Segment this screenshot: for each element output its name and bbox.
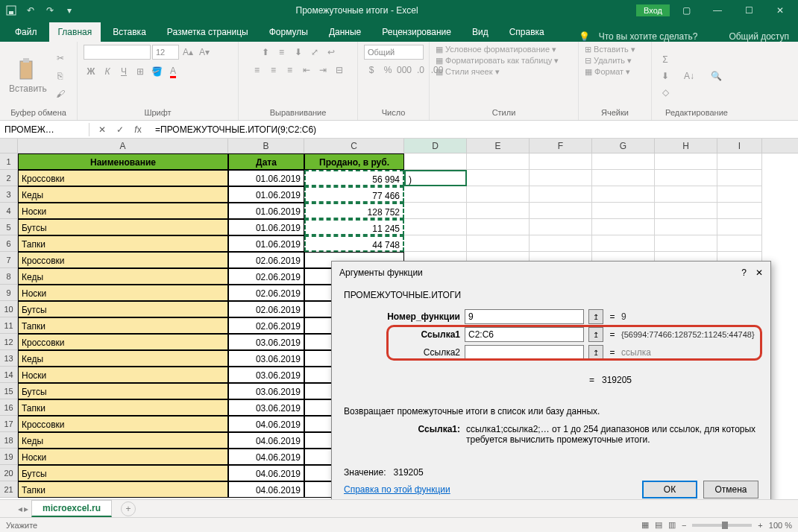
cell-name[interactable]: Кеды <box>18 432 228 449</box>
cell-date[interactable]: 03.06.2019 <box>228 399 304 416</box>
header-value[interactable]: Продано, в руб. <box>304 153 404 170</box>
dialog-help-icon[interactable]: ? <box>741 267 747 278</box>
cell-date[interactable]: 01.06.2019 <box>228 235 304 252</box>
find-select-icon[interactable]: 🔍 <box>706 66 726 86</box>
cell-date[interactable]: 01.06.2019 <box>228 170 304 186</box>
cell-name[interactable]: Носки <box>18 285 228 301</box>
row-header[interactable]: 20 <box>0 465 18 481</box>
sort-filter-icon[interactable]: A↓ <box>679 66 700 86</box>
row-header[interactable]: 8 <box>0 268 18 285</box>
cell-date[interactable]: 03.06.2019 <box>228 383 304 399</box>
format-cells-button[interactable]: ▦ Формат ▾ <box>585 67 630 77</box>
cell-value[interactable]: 77 466 <box>304 186 404 203</box>
number-format-select[interactable] <box>364 45 424 60</box>
insert-cells-button[interactable]: ⊞ Вставить ▾ <box>585 45 635 54</box>
row-header[interactable]: 19 <box>0 449 18 465</box>
cell-name[interactable]: Бутсы <box>18 301 228 317</box>
border-icon[interactable]: ⊞ <box>133 64 148 79</box>
col-header[interactable]: D <box>404 139 467 153</box>
cell-value[interactable]: 128 752 <box>304 203 404 219</box>
cell-value[interactable]: 56 994 <box>304 170 404 186</box>
bold-button[interactable]: Ж <box>84 64 98 79</box>
delete-cells-button[interactable]: ⊟ Удалить ▾ <box>585 56 632 66</box>
col-header[interactable]: A <box>18 139 228 153</box>
cell-name[interactable]: Кеды <box>18 268 228 285</box>
zoom-out-icon[interactable]: − <box>682 521 686 530</box>
cell-date[interactable]: 02.06.2019 <box>228 285 304 301</box>
cell-name[interactable]: Бутсы <box>18 465 228 481</box>
cell-name[interactable]: Бутсы <box>18 383 228 399</box>
cell-name[interactable]: Носки <box>18 367 228 383</box>
row-header[interactable]: 11 <box>0 317 18 334</box>
tab-insert[interactable]: Вставка <box>104 22 155 42</box>
row-header[interactable]: 16 <box>0 399 18 416</box>
comma-icon[interactable]: 000 <box>397 63 412 77</box>
enter-formula-icon[interactable]: ✓ <box>113 124 127 135</box>
underline-button[interactable]: Ч <box>116 64 131 79</box>
view-page-icon[interactable]: ▤ <box>655 520 662 530</box>
cell-name[interactable]: Тапки <box>18 481 228 498</box>
cell-name[interactable]: Тапки <box>18 317 228 334</box>
row-header[interactable]: 5 <box>0 219 18 235</box>
cell-name[interactable]: Носки <box>18 203 228 219</box>
format-painter-icon[interactable]: 🖌 <box>53 86 68 101</box>
header-name[interactable]: Наименование <box>18 153 228 170</box>
tab-review[interactable]: Рецензирование <box>373 22 460 42</box>
cell-date[interactable]: 02.06.2019 <box>228 252 304 268</box>
orientation-icon[interactable]: ⤢ <box>307 45 322 60</box>
align-center-icon[interactable]: ≡ <box>266 63 281 77</box>
cell-date[interactable]: 01.06.2019 <box>228 203 304 219</box>
arg2-input[interactable] <box>465 327 584 342</box>
zoom-in-icon[interactable]: + <box>758 521 762 530</box>
align-top-icon[interactable]: ⬆ <box>258 45 273 60</box>
currency-icon[interactable]: $ <box>364 63 379 77</box>
arg2-refedit-icon[interactable]: ↥ <box>588 327 603 342</box>
close-icon[interactable]: ✕ <box>765 0 795 21</box>
fill-icon[interactable]: ⬇ <box>658 69 673 83</box>
autosum-icon[interactable]: Σ <box>658 52 673 67</box>
cell-value[interactable]: 11 245 <box>304 219 404 235</box>
undo-icon[interactable]: ↶ <box>22 2 39 19</box>
cell-date[interactable]: 02.06.2019 <box>228 268 304 285</box>
cell-date[interactable]: 03.06.2019 <box>228 334 304 350</box>
paste-button[interactable]: Вставить <box>6 55 50 97</box>
align-middle-icon[interactable]: ≡ <box>274 45 289 60</box>
tell-me[interactable]: Что вы хотите сделать? <box>599 31 698 42</box>
active-cell[interactable]: ) <box>404 170 467 186</box>
tab-view[interactable]: Вид <box>463 22 497 42</box>
cell-name[interactable]: Кроссовки <box>18 170 228 186</box>
wrap-text-icon[interactable]: ↩ <box>324 45 339 60</box>
cell-date[interactable]: 01.06.2019 <box>228 186 304 203</box>
arg1-input[interactable] <box>465 309 584 324</box>
font-size-select[interactable] <box>152 45 179 60</box>
tab-data[interactable]: Данные <box>320 22 370 42</box>
cell-date[interactable]: 03.06.2019 <box>228 350 304 367</box>
cell-name[interactable]: Кроссовки <box>18 334 228 350</box>
align-left-icon[interactable]: ≡ <box>250 63 265 77</box>
col-header[interactable]: G <box>592 139 655 153</box>
arg3-refedit-icon[interactable]: ↥ <box>588 345 603 360</box>
cell-date[interactable]: 04.06.2019 <box>228 416 304 432</box>
zoom-level[interactable]: 100 % <box>769 521 792 530</box>
minimize-icon[interactable]: — <box>703 0 732 21</box>
copy-icon[interactable]: ⎘ <box>53 69 68 83</box>
col-header[interactable]: B <box>228 139 304 153</box>
view-break-icon[interactable]: ▥ <box>668 520 676 530</box>
cell-date[interactable]: 04.06.2019 <box>228 449 304 465</box>
align-right-icon[interactable]: ≡ <box>283 63 298 77</box>
row-header[interactable]: 17 <box>0 416 18 432</box>
row-header[interactable]: 2 <box>0 170 18 186</box>
fill-color-icon[interactable]: 🪣 <box>149 64 164 79</box>
font-family-select[interactable] <box>84 45 151 60</box>
ribbon-options-icon[interactable]: ▢ <box>671 0 701 21</box>
maximize-icon[interactable]: ☐ <box>734 0 764 21</box>
cell-value[interactable]: 44 748 <box>304 235 404 252</box>
name-box[interactable]: ПРОМЕЖ… <box>0 123 89 136</box>
col-header[interactable]: C <box>304 139 404 153</box>
col-header[interactable]: H <box>655 139 717 153</box>
cell-name[interactable]: Тапки <box>18 235 228 252</box>
row-header[interactable]: 4 <box>0 203 18 219</box>
col-header[interactable]: E <box>467 139 530 153</box>
row-header[interactable]: 21 <box>0 481 18 498</box>
cell-date[interactable]: 04.06.2019 <box>228 465 304 481</box>
